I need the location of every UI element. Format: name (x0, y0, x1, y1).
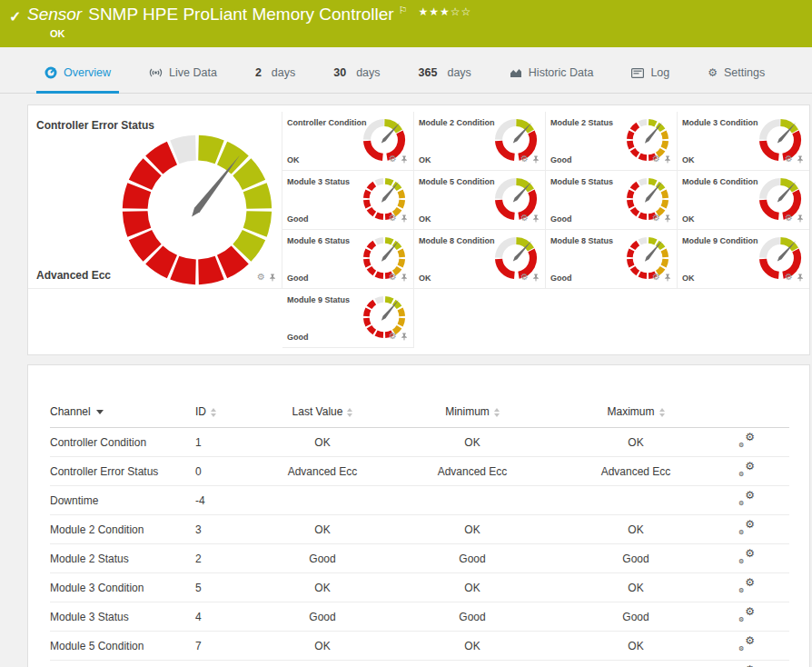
flag-icon[interactable]: ⚐ (399, 5, 408, 15)
column-header-maximum[interactable]: Maximum (568, 400, 704, 428)
edit-channel-icon[interactable]: ⚙⚙ (738, 609, 755, 622)
channel-cell[interactable]: Module 3 Status (50, 602, 195, 632)
column-header-last-value[interactable]: Last Value (268, 400, 377, 428)
gauge-pin-icon[interactable] (532, 210, 540, 226)
table-row: Module 3 Condition5OKOKOK⚙⚙ (50, 573, 789, 602)
gauge-settings-icon[interactable]: ⚙ (389, 214, 397, 223)
edit-channel-icon[interactable]: ⚙⚙ (738, 580, 755, 593)
edit-channel-icon[interactable]: ⚙⚙ (738, 522, 755, 535)
tab-2-days[interactable]: 2days (247, 66, 303, 94)
gauge-settings-icon[interactable]: ⚙ (520, 154, 529, 164)
gauge-cell-module-9-condition[interactable]: Module 9 ConditionOK⚙ (678, 230, 809, 289)
gauge-cell-module-6-condition[interactable]: Module 6 ConditionOK⚙ (678, 171, 809, 230)
gauge-pin-icon[interactable] (532, 151, 540, 167)
gauge-cell-icons: ⚙ (785, 151, 804, 167)
gauge-pin-icon[interactable] (401, 269, 408, 285)
tab-label: days (272, 66, 295, 79)
sort-icon (494, 408, 500, 417)
channel-cell[interactable]: Controller Condition (50, 428, 195, 457)
column-header-id[interactable]: ID (195, 400, 268, 428)
gauge-pin-icon[interactable] (401, 151, 408, 167)
gauge-settings-icon[interactable]: ⚙ (389, 332, 397, 341)
gauge-cell-module-9-status[interactable]: Module 9 StatusGood⚙ (282, 289, 414, 348)
gauge-pin-icon[interactable] (664, 210, 671, 226)
channel-cell[interactable]: Module 2 Status (50, 544, 195, 573)
column-label: Last Value (292, 405, 343, 418)
last-value-cell (268, 486, 377, 515)
actions-cell: ⚙⚙ (704, 573, 789, 602)
priority-stars[interactable]: ★★★☆☆ (419, 5, 472, 18)
tab-365-days[interactable]: 365days (411, 66, 480, 94)
edit-channel-icon[interactable]: ⚙⚙ (738, 434, 755, 448)
last-value-cell: Good (268, 661, 377, 667)
gauge-cell-module-8-condition[interactable]: Module 8 ConditionOK⚙ (414, 230, 546, 289)
gauge-cell-module-6-status[interactable]: Module 6 StatusGood⚙ (282, 230, 414, 289)
tab-overview[interactable]: Overview (36, 66, 119, 94)
tab-settings[interactable]: ⚙Settings (699, 66, 773, 94)
gauge-cell-module-8-status[interactable]: Module 8 StatusGood⚙ (546, 230, 678, 289)
gauge-pin-icon[interactable] (532, 269, 540, 285)
gauge-pin-icon[interactable] (269, 269, 276, 285)
status-check-icon: ✓ (9, 8, 21, 25)
gauge-pin-icon[interactable] (664, 269, 671, 285)
gauge-cell-module-3-condition[interactable]: Module 3 ConditionOK⚙ (678, 112, 809, 171)
gauge-settings-icon[interactable]: ⚙ (520, 214, 529, 223)
gauge-pin-icon[interactable] (664, 151, 671, 167)
gauge-settings-icon[interactable]: ⚙ (652, 273, 660, 282)
tab-live-data[interactable]: Live Data (141, 66, 225, 94)
gauge-settings-icon[interactable]: ⚙ (389, 273, 397, 282)
tab-prefix: 2 (255, 66, 262, 79)
table-row: Module 2 Condition3OKOKOK⚙⚙ (50, 515, 789, 544)
gauge-cell-module-5-status[interactable]: Module 5 StatusGood⚙ (546, 171, 678, 230)
gauge-cell-icons: ⚙ (785, 210, 804, 226)
gauge-cell-icons: ⚙ (652, 269, 671, 285)
channel-cell[interactable]: Controller Error Status (50, 457, 195, 486)
gauge-settings-icon[interactable]: ⚙ (389, 154, 397, 164)
actions-cell: ⚙⚙ (704, 632, 789, 661)
edit-channel-icon[interactable]: ⚙⚙ (738, 463, 755, 477)
gauge-cell-module-2-condition[interactable]: Module 2 ConditionOK⚙ (414, 112, 546, 171)
gauge-pin-icon[interactable] (401, 328, 408, 344)
main-gauge-cell[interactable]: Controller Error Status Advanced Ecc ⚙ (28, 112, 282, 289)
gauge-settings-icon[interactable]: ⚙ (652, 214, 660, 223)
gauge-settings-icon[interactable]: ⚙ (652, 154, 660, 164)
edit-channel-icon[interactable]: ⚙⚙ (738, 493, 755, 506)
channel-cell[interactable]: Downtime (50, 486, 195, 515)
gauge-pin-icon[interactable] (797, 210, 804, 226)
gauge-cell-module-5-condition[interactable]: Module 5 ConditionOK⚙ (414, 171, 546, 230)
maximum-cell: OK (568, 573, 704, 602)
tab-30-days[interactable]: 30days (325, 66, 388, 94)
gauge-cell-controller-condition[interactable]: Controller ConditionOK⚙ (282, 112, 414, 171)
sensor-header: ✓ SensorSNMP HPE ProLiant Memory Control… (0, 0, 812, 47)
tab-historic-data[interactable]: Historic Data (501, 66, 602, 94)
channel-cell[interactable]: Module 2 Condition (50, 515, 195, 544)
gauge-cell-module-3-status[interactable]: Module 3 StatusGood⚙ (282, 171, 414, 230)
column-header-channel[interactable]: Channel (50, 400, 195, 428)
gauge-settings-icon[interactable]: ⚙ (520, 273, 529, 282)
gauge-value: Good (287, 274, 309, 283)
channel-cell[interactable]: Module 3 Condition (50, 573, 195, 602)
channel-cell[interactable]: Module 5 Condition (50, 632, 195, 661)
column-label: Maximum (607, 405, 654, 418)
edit-channel-icon[interactable]: ⚙⚙ (738, 638, 755, 652)
gauge-pin-icon[interactable] (797, 151, 804, 167)
column-header-minimum[interactable]: Minimum (377, 400, 568, 428)
id-cell: 7 (195, 632, 268, 661)
gauge-settings-icon[interactable]: ⚙ (785, 214, 793, 223)
tab-label: days (356, 66, 380, 79)
gauge-settings-icon[interactable]: ⚙ (785, 273, 793, 282)
gauge-settings-icon[interactable]: ⚙ (785, 154, 793, 164)
gauge-cell-module-2-status[interactable]: Module 2 StatusGood⚙ (546, 112, 678, 171)
tab-log[interactable]: Log (623, 66, 678, 94)
edit-channel-icon[interactable]: ⚙⚙ (738, 551, 755, 564)
tab-label: Settings (724, 66, 765, 79)
gauge-pin-icon[interactable] (797, 269, 804, 285)
main-gauge-value: Advanced Ecc (36, 269, 111, 282)
gauge-settings-icon[interactable]: ⚙ (257, 273, 265, 282)
gauge-pin-icon[interactable] (401, 210, 408, 226)
id-cell: 3 (195, 515, 268, 544)
channel-cell[interactable]: Module 5 Status (50, 661, 195, 667)
column-label: ID (195, 405, 206, 418)
id-cell: -4 (195, 486, 268, 515)
gauge-title: Module 8 Condition (419, 236, 495, 245)
